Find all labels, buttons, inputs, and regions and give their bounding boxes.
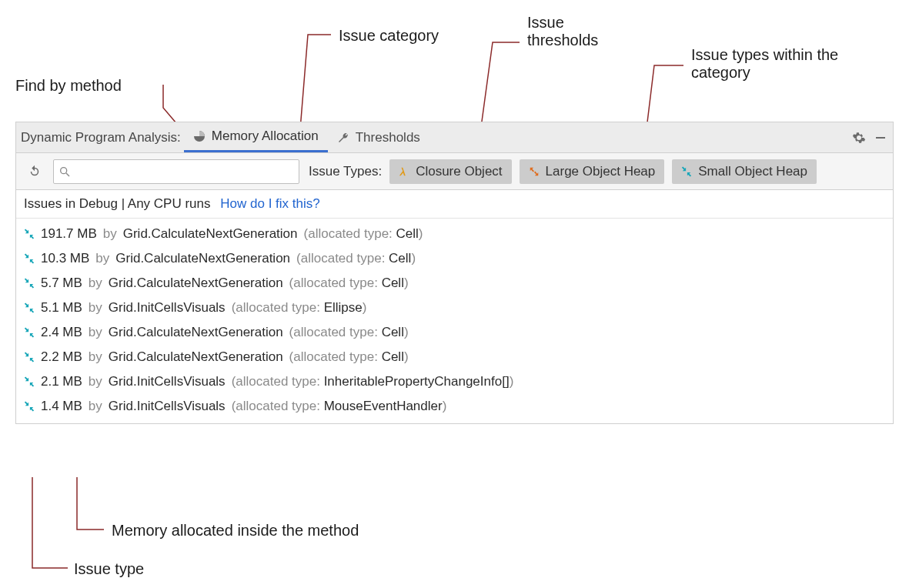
- issue-by: by: [95, 251, 109, 266]
- issue-by: by: [89, 300, 102, 316]
- filter-row: Issue Types: Closure Object Large Object…: [16, 153, 893, 190]
- issue-method: Grid.CalculateNextGeneration: [115, 251, 290, 266]
- chip-label: Large Object Heap: [546, 164, 656, 179]
- issue-size: 2.4 MB: [41, 325, 82, 340]
- issue-allocated-type: (allocated type: Cell): [289, 325, 409, 340]
- issue-by: by: [89, 374, 102, 389]
- issue-method: Grid.CalculateNextGeneration: [109, 349, 283, 365]
- issue-row[interactable]: 191.7 MBbyGrid.CalculateNextGeneration (…: [16, 222, 893, 246]
- search-icon: [58, 165, 71, 178]
- issue-by: by: [89, 276, 102, 291]
- tab-label: Memory Allocation: [212, 129, 319, 144]
- lambda-icon: [399, 166, 409, 177]
- expand-icon: [529, 166, 540, 177]
- minimize-button[interactable]: [870, 127, 891, 149]
- issues-header: Issues in Debug | Any CPU runs How do I …: [16, 190, 893, 219]
- issue-method: Grid.CalculateNextGeneration: [109, 325, 283, 340]
- issue-row[interactable]: 2.4 MBbyGrid.CalculateNextGeneration (al…: [16, 320, 893, 345]
- issue-size: 5.7 MB: [41, 276, 82, 291]
- issue-method: Grid.InitCellsVisuals: [109, 399, 226, 414]
- soh-icon: [24, 401, 35, 412]
- annotation-issue-thresholds: Issue thresholds: [527, 14, 620, 49]
- collapse-icon: [681, 166, 692, 177]
- tabs-bar: Dynamic Program Analysis: Memory Allocat…: [16, 122, 893, 153]
- issue-method: Grid.InitCellsVisuals: [109, 300, 226, 316]
- soh-icon: [24, 327, 35, 338]
- search-box[interactable]: [53, 159, 299, 184]
- issue-by: by: [89, 349, 102, 365]
- issue-size: 1.4 MB: [41, 399, 82, 414]
- issue-method: Grid.CalculateNextGeneration: [109, 276, 283, 291]
- issue-method: Grid.InitCellsVisuals: [109, 374, 226, 389]
- chip-closure-object[interactable]: Closure Object: [389, 159, 511, 184]
- issue-size: 5.1 MB: [41, 300, 82, 316]
- issue-allocated-type: (allocated type: Cell): [289, 276, 409, 291]
- issue-row[interactable]: 5.7 MBbyGrid.CalculateNextGeneration (al…: [16, 271, 893, 296]
- issue-size: 191.7 MB: [41, 226, 97, 242]
- issue-row[interactable]: 10.3 MBbyGrid.CalculateNextGeneration (a…: [16, 246, 893, 271]
- chip-large-object-heap[interactable]: Large Object Heap: [520, 159, 665, 184]
- search-input[interactable]: [74, 164, 294, 179]
- refresh-icon: [28, 165, 42, 179]
- refresh-button[interactable]: [24, 161, 45, 182]
- issue-size: 2.1 MB: [41, 374, 82, 389]
- issue-method: Grid.CalculateNextGeneration: [123, 226, 298, 242]
- soh-icon: [24, 253, 35, 264]
- issue-allocated-type: (allocated type: InheritablePropertyChan…: [232, 374, 514, 389]
- soh-icon: [24, 278, 35, 289]
- dpa-panel: Dynamic Program Analysis: Memory Allocat…: [15, 122, 894, 424]
- issue-by: by: [89, 399, 102, 414]
- annotation-memory-allocated: Memory allocated inside the method: [112, 522, 359, 540]
- chip-label: Small Object Heap: [698, 164, 807, 179]
- minimize-icon: [874, 132, 887, 144]
- issue-by: by: [89, 325, 102, 340]
- issue-allocated-type: (allocated type: Ellipse): [232, 300, 367, 316]
- annotation-issue-types-within: Issue types within the category: [691, 46, 845, 82]
- svg-line-2: [66, 173, 69, 176]
- help-link[interactable]: How do I fix this?: [220, 196, 319, 211]
- issue-size: 10.3 MB: [41, 251, 89, 266]
- issue-allocated-type: (allocated type: MouseEventHandler): [232, 399, 447, 414]
- wrench-icon: [337, 132, 349, 144]
- tab-thresholds[interactable]: Thresholds: [328, 122, 429, 152]
- soh-icon: [24, 376, 35, 387]
- gear-icon: [852, 131, 866, 145]
- issue-size: 2.2 MB: [41, 349, 82, 365]
- svg-rect-0: [876, 137, 885, 139]
- svg-point-1: [61, 167, 67, 173]
- annotation-issue-type: Issue type: [74, 560, 144, 578]
- issue-row[interactable]: 5.1 MBbyGrid.InitCellsVisuals (allocated…: [16, 296, 893, 320]
- issues-list: 191.7 MBbyGrid.CalculateNextGeneration (…: [16, 219, 893, 423]
- issue-row[interactable]: 1.4 MBbyGrid.InitCellsVisuals (allocated…: [16, 394, 893, 419]
- chip-label: Closure Object: [416, 164, 502, 179]
- annotation-issue-category: Issue category: [339, 27, 439, 45]
- pie-icon: [193, 130, 206, 142]
- issue-allocated-type: (allocated type: Cell): [296, 251, 416, 266]
- issue-by: by: [103, 226, 117, 242]
- issue-allocated-type: (allocated type: Cell): [304, 226, 423, 242]
- issues-header-text: Issues in Debug | Any CPU runs: [24, 196, 211, 211]
- tab-memory-allocation[interactable]: Memory Allocation: [184, 122, 328, 152]
- settings-button[interactable]: [848, 127, 870, 149]
- soh-icon: [24, 229, 35, 239]
- chip-small-object-heap[interactable]: Small Object Heap: [672, 159, 817, 184]
- soh-icon: [24, 352, 35, 362]
- issue-row[interactable]: 2.2 MBbyGrid.CalculateNextGeneration (al…: [16, 345, 893, 369]
- issue-row[interactable]: 2.1 MBbyGrid.InitCellsVisuals (allocated…: [16, 369, 893, 394]
- issue-allocated-type: (allocated type: Cell): [289, 349, 409, 365]
- issue-types-label: Issue Types:: [309, 164, 382, 179]
- soh-icon: [24, 302, 35, 313]
- tab-label: Thresholds: [356, 130, 420, 145]
- annotation-find-by-method: Find by method: [15, 77, 122, 95]
- panel-title: Dynamic Program Analysis:: [21, 130, 184, 145]
